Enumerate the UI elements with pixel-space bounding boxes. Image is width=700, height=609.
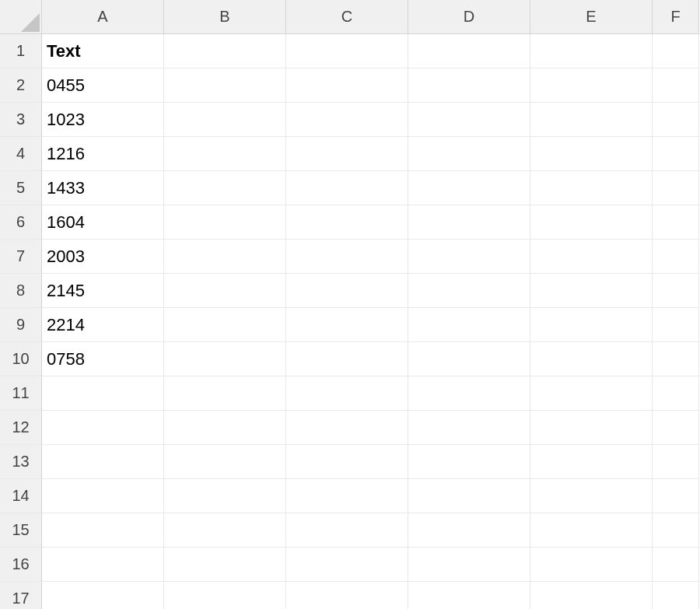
cell-B10[interactable] (164, 342, 286, 376)
cell-B2[interactable] (164, 68, 286, 103)
cell-C10[interactable] (286, 342, 408, 376)
cell-E9[interactable] (530, 308, 653, 342)
row-header-15[interactable]: 15 (0, 513, 42, 548)
cell-D15[interactable] (408, 513, 530, 548)
cell-A5[interactable]: 1433 (42, 171, 164, 205)
cell-F6[interactable] (653, 205, 699, 240)
cell-E4[interactable] (530, 137, 653, 171)
row-header-14[interactable]: 14 (0, 479, 42, 513)
cell-B13[interactable] (164, 445, 286, 479)
cell-A15[interactable] (42, 513, 164, 548)
cell-F13[interactable] (653, 445, 699, 479)
cell-E5[interactable] (530, 171, 653, 205)
cell-A6[interactable]: 1604 (42, 205, 164, 240)
cell-E12[interactable] (530, 411, 653, 445)
cell-A10[interactable]: 0758 (42, 342, 164, 376)
cell-F3[interactable] (653, 103, 699, 137)
row-header-9[interactable]: 9 (0, 308, 42, 342)
cell-D11[interactable] (408, 376, 530, 411)
cell-F15[interactable] (653, 513, 699, 548)
row-header-3[interactable]: 3 (0, 103, 42, 137)
cell-C9[interactable] (286, 308, 408, 342)
cell-B8[interactable] (164, 274, 286, 308)
cell-D8[interactable] (408, 274, 530, 308)
cell-C5[interactable] (286, 171, 408, 205)
cell-C12[interactable] (286, 411, 408, 445)
cell-C1[interactable] (286, 34, 408, 68)
cell-E8[interactable] (530, 274, 653, 308)
select-all-corner[interactable] (0, 0, 42, 34)
cell-B9[interactable] (164, 308, 286, 342)
cell-B6[interactable] (164, 205, 286, 240)
cell-A11[interactable] (42, 376, 164, 411)
cell-D17[interactable] (408, 582, 530, 609)
cell-B16[interactable] (164, 548, 286, 582)
cell-D16[interactable] (408, 548, 530, 582)
cell-F2[interactable] (653, 68, 699, 103)
row-header-4[interactable]: 4 (0, 137, 42, 171)
cell-E14[interactable] (530, 479, 653, 513)
cell-C8[interactable] (286, 274, 408, 308)
row-header-17[interactable]: 17 (0, 582, 42, 609)
row-header-12[interactable]: 12 (0, 411, 42, 445)
cell-D7[interactable] (408, 240, 530, 274)
cell-E3[interactable] (530, 103, 653, 137)
cell-D4[interactable] (408, 137, 530, 171)
row-header-8[interactable]: 8 (0, 274, 42, 308)
cell-A4[interactable]: 1216 (42, 137, 164, 171)
row-header-11[interactable]: 11 (0, 376, 42, 411)
cell-B17[interactable] (164, 582, 286, 609)
cell-E17[interactable] (530, 582, 653, 609)
cell-B12[interactable] (164, 411, 286, 445)
cell-A7[interactable]: 2003 (42, 240, 164, 274)
row-header-16[interactable]: 16 (0, 548, 42, 582)
cell-A8[interactable]: 2145 (42, 274, 164, 308)
cell-D3[interactable] (408, 103, 530, 137)
cell-D12[interactable] (408, 411, 530, 445)
cell-C17[interactable] (286, 582, 408, 609)
cell-E13[interactable] (530, 445, 653, 479)
cell-F14[interactable] (653, 479, 699, 513)
cell-F5[interactable] (653, 171, 699, 205)
cell-A2[interactable]: 0455 (42, 68, 164, 103)
cell-D10[interactable] (408, 342, 530, 376)
cell-A3[interactable]: 1023 (42, 103, 164, 137)
cell-C7[interactable] (286, 240, 408, 274)
cell-A14[interactable] (42, 479, 164, 513)
cell-E7[interactable] (530, 240, 653, 274)
cell-F8[interactable] (653, 274, 699, 308)
cell-F7[interactable] (653, 240, 699, 274)
cell-F9[interactable] (653, 308, 699, 342)
cell-A12[interactable] (42, 411, 164, 445)
cell-C11[interactable] (286, 376, 408, 411)
cell-F17[interactable] (653, 582, 699, 609)
cell-B3[interactable] (164, 103, 286, 137)
cell-F4[interactable] (653, 137, 699, 171)
cell-C14[interactable] (286, 479, 408, 513)
cell-C4[interactable] (286, 137, 408, 171)
cell-D14[interactable] (408, 479, 530, 513)
cell-C16[interactable] (286, 548, 408, 582)
row-header-6[interactable]: 6 (0, 205, 42, 240)
cell-F12[interactable] (653, 411, 699, 445)
cell-D9[interactable] (408, 308, 530, 342)
cell-B15[interactable] (164, 513, 286, 548)
cell-B1[interactable] (164, 34, 286, 68)
cell-E15[interactable] (530, 513, 653, 548)
cell-B7[interactable] (164, 240, 286, 274)
cell-B5[interactable] (164, 171, 286, 205)
cell-C3[interactable] (286, 103, 408, 137)
cell-B14[interactable] (164, 479, 286, 513)
cell-F11[interactable] (653, 376, 699, 411)
cell-D13[interactable] (408, 445, 530, 479)
cell-F1[interactable] (653, 34, 699, 68)
cell-D6[interactable] (408, 205, 530, 240)
cell-C13[interactable] (286, 445, 408, 479)
cell-C6[interactable] (286, 205, 408, 240)
cell-C2[interactable] (286, 68, 408, 103)
cell-B11[interactable] (164, 376, 286, 411)
row-header-2[interactable]: 2 (0, 68, 42, 103)
row-header-5[interactable]: 5 (0, 171, 42, 205)
cell-F16[interactable] (653, 548, 699, 582)
cell-E2[interactable] (530, 68, 653, 103)
